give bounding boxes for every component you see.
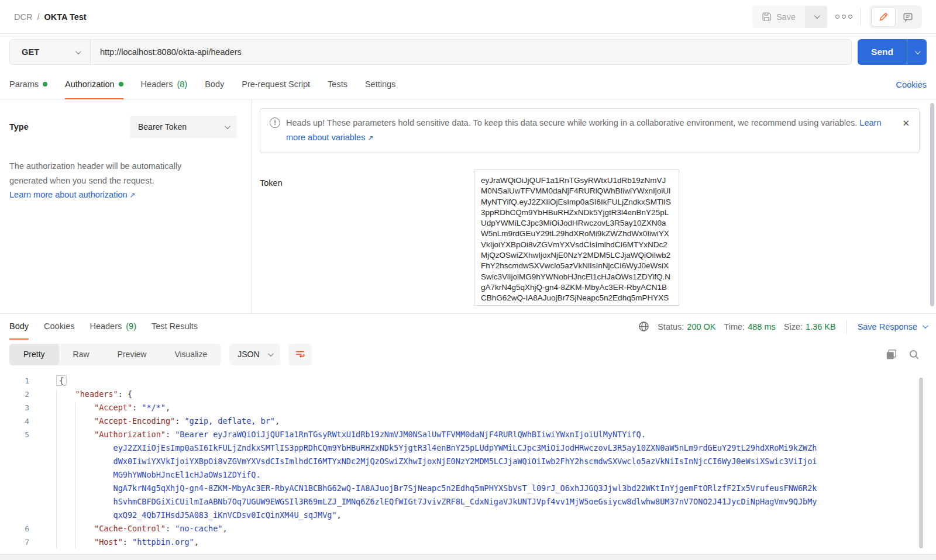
auth-type-value: Bearer Token	[138, 122, 187, 132]
format-dropdown[interactable]: JSON	[229, 344, 280, 365]
indent-guide	[56, 389, 57, 548]
close-icon[interactable]: ✕	[902, 116, 910, 130]
save-response-button[interactable]: Save Response	[858, 322, 927, 331]
top-bar: DCR / OKTA Test Save	[0, 0, 936, 34]
method-selector[interactable]: GET	[10, 40, 91, 64]
wrap-lines-button[interactable]	[288, 344, 312, 365]
chevron-down-icon	[915, 49, 921, 54]
breadcrumb-separator: /	[37, 12, 39, 22]
line-number	[0, 455, 29, 468]
tab-settings[interactable]: Settings	[365, 70, 395, 99]
status-badge: Status: 200 OK	[658, 322, 715, 331]
tab-params[interactable]: Params	[9, 70, 47, 99]
chevron-down-icon	[923, 323, 928, 329]
code-text: MG9hYWNobHJncEl1cHJaOWs1ZDYifQ.	[56, 468, 261, 482]
tab-authorization[interactable]: Authorization	[65, 70, 123, 99]
size-badge: Size: 1.36 KB	[784, 322, 836, 331]
sensitive-data-banner: ! Heads up! These parameters hold sensit…	[260, 108, 920, 153]
code-line: 7 "Host": "httpbin.org",	[0, 535, 936, 549]
warning-icon: !	[270, 117, 280, 128]
request-tabs: ParamsAuthorizationHeaders(8)BodyPre-req…	[9, 70, 395, 99]
line-number	[0, 482, 29, 495]
line-number: 3	[0, 401, 29, 414]
code-line: 3 "Accept": "*/*",	[0, 401, 936, 414]
breadcrumb-request-name[interactable]: OKTA Test	[44, 12, 86, 22]
save-dropdown-button[interactable]	[805, 6, 827, 28]
view-visualize[interactable]: Visualize	[160, 344, 221, 365]
external-link-icon: ↗	[130, 191, 136, 199]
url-input[interactable]	[91, 40, 851, 64]
comments-button[interactable]	[896, 7, 920, 27]
view-raw[interactable]: Raw	[59, 344, 104, 365]
tab-headers[interactable]: Headers(9)	[90, 314, 136, 340]
authorization-panel: Type Bearer Token The authorization head…	[0, 99, 936, 313]
line-number	[0, 509, 29, 522]
code-vertical-scrollbar[interactable]	[919, 378, 923, 548]
indent-guide	[75, 403, 75, 548]
code-horizontal-scrollbar[interactable]	[0, 554, 936, 560]
tab-body[interactable]: Body	[205, 70, 224, 99]
code-line: 2 "headers": {	[0, 388, 936, 401]
tab-pre-request-script[interactable]: Pre-request Script	[242, 70, 310, 99]
save-button[interactable]: Save	[752, 6, 805, 28]
tab-label: Authorization	[65, 79, 115, 89]
chevron-down-icon	[267, 351, 273, 357]
tab-label: Tests	[328, 79, 347, 89]
chevron-down-icon	[75, 49, 81, 54]
code-line: qxQ92_4Qb7IHsdJ5A083_iKnVCDsv0IcQinXM4U_…	[0, 509, 936, 522]
code-text: hSvhmCBFDGiXiCUilmIaABNb7Oq7UGUW9EWGSIl3…	[56, 495, 817, 509]
breadcrumb: DCR / OKTA Test	[14, 12, 87, 22]
line-number: 2	[0, 388, 29, 401]
send-button-group: Send	[858, 39, 927, 65]
tab-label: Body	[9, 322, 29, 331]
response-body-editor[interactable]: 1{2 "headers": {3 "Accept": "*/*",4 "Acc…	[0, 369, 936, 560]
view-preview[interactable]: Preview	[104, 344, 161, 365]
pencil-icon	[878, 12, 889, 22]
tab-test-results[interactable]: Test Results	[152, 314, 198, 340]
save-button-group: Save	[752, 6, 827, 28]
tab-tests[interactable]: Tests	[328, 70, 347, 99]
auth-type-dropdown[interactable]: Bearer Token	[130, 116, 237, 138]
more-options-button[interactable]	[835, 15, 852, 19]
tab-label: Cookies	[44, 322, 74, 331]
breadcrumb-collection[interactable]: DCR	[14, 12, 32, 22]
code-text: {	[56, 374, 67, 388]
send-dropdown-button[interactable]	[907, 39, 927, 65]
wrap-lines-icon	[295, 349, 305, 359]
token-input[interactable]: eyJraWQiOiJjQUF1a1RnTGsyRWtxU1dRb19zNmVJ…	[474, 170, 679, 306]
copy-response-button[interactable]	[886, 349, 897, 360]
code-text: "Host": "httpbin.org",	[56, 535, 199, 549]
url-box: GET	[9, 39, 852, 65]
banner-text: Heads up! These parameters hold sensitiv…	[286, 116, 888, 146]
tab-label: Headers	[90, 322, 122, 331]
method-value: GET	[22, 47, 39, 57]
external-link-icon: ↗	[367, 134, 373, 142]
page-vertical-scrollbar[interactable]	[930, 103, 934, 306]
auth-details-pane: ! Heads up! These parameters hold sensit…	[252, 99, 936, 313]
save-button-label: Save	[776, 12, 796, 22]
fold-marker[interactable]: {	[56, 375, 67, 386]
code-line: MG9hYWNobHJncEl1cHJaOWs1ZDYifQ.	[0, 468, 936, 482]
response-view-switch: PrettyRawPreviewVisualize	[9, 344, 221, 365]
learn-more-authorization-link[interactable]: Learn more about authorization ↗	[9, 190, 136, 199]
code-text: qxQ92_4Qb7IHsdJ5A083_iKnVCDsv0IcQinXM4U_…	[56, 509, 342, 522]
green-dot-icon	[119, 82, 123, 87]
cookies-link[interactable]: Cookies	[896, 80, 927, 89]
code-line: hSvhmCBFDGiXiCUilmIaABNb7Oq7UGUW9EWGSIl3…	[0, 495, 936, 509]
auth-type-pane: Type Bearer Token The authorization head…	[0, 99, 252, 313]
format-value: JSON	[238, 350, 259, 359]
edit-documentation-button[interactable]	[871, 7, 896, 27]
search-response-button[interactable]	[909, 349, 920, 360]
line-number	[0, 468, 29, 482]
tab-label: Pre-request Script	[242, 79, 310, 89]
code-line: 4 "Accept-Encoding": "gzip, deflate, br"…	[0, 414, 936, 428]
tab-cookies[interactable]: Cookies	[44, 314, 74, 340]
code-text: "Accept-Encoding": "gzip, deflate, br",	[56, 414, 280, 428]
globe-icon[interactable]	[638, 321, 649, 332]
tab-headers[interactable]: Headers(8)	[141, 70, 188, 99]
tab-body[interactable]: Body	[9, 314, 29, 340]
line-number: 4	[0, 414, 29, 428]
auth-type-label: Type	[9, 122, 29, 132]
send-button[interactable]: Send	[858, 39, 907, 65]
view-pretty[interactable]: Pretty	[9, 344, 59, 365]
